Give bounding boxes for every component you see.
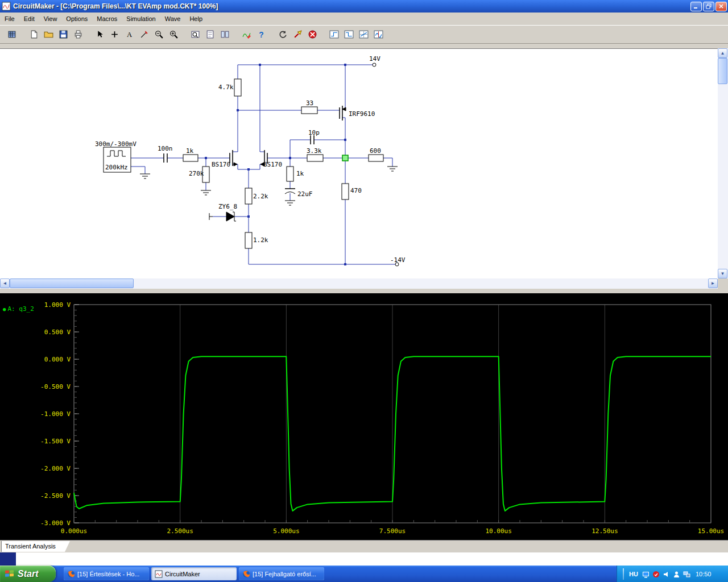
zoom-out-icon bbox=[154, 30, 164, 39]
display-icon[interactable] bbox=[642, 570, 650, 577]
hscroll-thumb[interactable] bbox=[10, 278, 134, 288]
zoom-in-icon bbox=[169, 30, 179, 39]
zoom-out-button[interactable] bbox=[152, 28, 166, 41]
save-button[interactable] bbox=[56, 28, 70, 41]
language-indicator[interactable]: HU bbox=[629, 571, 638, 577]
board-button[interactable] bbox=[5, 28, 19, 41]
title-bar: CircuitMaker - [C:\Program Files\...\KT … bbox=[0, 0, 728, 13]
x-axis-label: 7.500us bbox=[379, 527, 406, 535]
waveform-panel[interactable]: ●A: q3_2 1.000 V0.500 V0.000 V-0.500 V-1… bbox=[0, 293, 728, 540]
taskbar-task-2[interactable]: CircuitMaker bbox=[151, 567, 237, 580]
cursor-button[interactable] bbox=[93, 28, 106, 41]
sheet-icon bbox=[205, 30, 215, 39]
print-button[interactable] bbox=[71, 28, 85, 41]
reset-button[interactable] bbox=[276, 28, 289, 41]
task-label: [15] Értesítések - Ho... bbox=[77, 571, 139, 577]
network-icon[interactable] bbox=[683, 570, 690, 577]
scope-meas-button[interactable] bbox=[371, 28, 385, 41]
windows-flag-icon bbox=[5, 569, 15, 578]
y-axis-label: -3.000 V bbox=[40, 519, 71, 527]
text-icon: A bbox=[125, 30, 134, 39]
start-button[interactable]: Start bbox=[0, 566, 56, 582]
bottom-strip bbox=[0, 552, 728, 566]
save-icon bbox=[59, 30, 68, 39]
component-label: 600 bbox=[370, 147, 381, 155]
y-axis-label: -2.000 V bbox=[40, 465, 71, 472]
update-icon[interactable] bbox=[652, 570, 660, 577]
minimize-button[interactable] bbox=[690, 2, 702, 11]
zoom-fit-button[interactable] bbox=[188, 28, 202, 41]
taskbar-clock[interactable]: 10:50 bbox=[696, 571, 712, 577]
messenger-icon[interactable] bbox=[673, 570, 680, 577]
menu-wave[interactable]: Wave bbox=[160, 14, 185, 24]
scroll-right-button[interactable]: ► bbox=[708, 278, 718, 288]
scroll-left-button[interactable]: ◄ bbox=[0, 278, 10, 288]
menu-edit[interactable]: Edit bbox=[19, 14, 39, 24]
menu-help[interactable]: Help bbox=[185, 14, 207, 24]
x-axis-label: 0.000us bbox=[61, 527, 87, 535]
y-axis-label: 1.000 V bbox=[44, 301, 71, 309]
menu-macros[interactable]: Macros bbox=[92, 14, 122, 24]
restore-button[interactable] bbox=[703, 2, 714, 11]
x-axis-label: 5.000us bbox=[273, 527, 299, 535]
toolbar-separator bbox=[181, 28, 188, 41]
scroll-down-button[interactable]: ▼ bbox=[718, 269, 727, 278]
y-axis-label: 0.500 V bbox=[44, 329, 71, 336]
help-button[interactable]: ? bbox=[254, 28, 268, 41]
plus-button[interactable] bbox=[107, 28, 121, 41]
svg-text:?: ? bbox=[259, 30, 263, 39]
volume-icon[interactable] bbox=[663, 570, 670, 577]
component-label: 22uF bbox=[297, 190, 313, 198]
split-button[interactable] bbox=[218, 28, 231, 41]
taskbar-task-3[interactable]: [15] Fejhallgató erősí... bbox=[239, 567, 324, 580]
wire-button[interactable] bbox=[137, 28, 151, 41]
component-label: 14V bbox=[369, 55, 380, 63]
new-icon bbox=[29, 30, 39, 39]
scope-fall-button[interactable] bbox=[342, 28, 355, 41]
schematic-svg[interactable]: 14V4.7k33IRF961010p300m/-300mV100n1k3.3k… bbox=[0, 49, 718, 279]
stop-button[interactable] bbox=[305, 28, 319, 41]
component-label: ZY6_8 bbox=[218, 203, 237, 210]
new-button[interactable] bbox=[27, 28, 40, 41]
sheet-button[interactable] bbox=[203, 28, 217, 41]
print-icon bbox=[73, 30, 83, 39]
scope-fall-icon bbox=[344, 30, 354, 39]
component-label: 1k bbox=[186, 147, 194, 155]
close-button[interactable] bbox=[715, 2, 727, 11]
schematic-vscrollbar[interactable]: ▲ ▼ bbox=[718, 48, 728, 278]
menu-file[interactable]: File bbox=[0, 14, 19, 24]
vscroll-thumb[interactable] bbox=[718, 58, 727, 84]
component-label: 10p bbox=[308, 129, 320, 136]
selected-node-marker[interactable] bbox=[342, 155, 348, 161]
wave-svg[interactable]: 1.000 V0.500 V0.000 V-0.500 V-1.000 V-1.… bbox=[0, 293, 728, 540]
edit-sim-icon bbox=[242, 30, 251, 39]
edit-sim-button[interactable] bbox=[239, 28, 253, 41]
scroll-up-button[interactable]: ▲ bbox=[718, 48, 727, 58]
component-label: 200kHz bbox=[105, 164, 128, 171]
component-label: 270k bbox=[189, 170, 204, 177]
toolbar: A? bbox=[0, 25, 728, 44]
cursor-icon bbox=[95, 30, 105, 39]
window-title: CircuitMaker - [C:\Program Files\...\KT … bbox=[13, 2, 690, 10]
toolbar-separator bbox=[232, 28, 239, 41]
component-label: 1.2k bbox=[253, 236, 268, 244]
component-label: 100n bbox=[158, 145, 173, 152]
menu-options[interactable]: Options bbox=[61, 14, 92, 24]
zoom-in-button[interactable] bbox=[167, 28, 180, 41]
taskbar-task-1[interactable]: [15] Értesítések - Ho... bbox=[64, 567, 149, 580]
schematic-hscrollbar[interactable]: ◄ ► bbox=[0, 278, 718, 289]
schematic-panel[interactable]: 14V4.7k33IRF961010p300m/-300mV100n1k3.3k… bbox=[0, 48, 718, 278]
menu-simulation[interactable]: Simulation bbox=[122, 14, 160, 24]
menu-view[interactable]: View bbox=[39, 14, 62, 24]
scope-rise-icon bbox=[329, 30, 339, 39]
text-button[interactable]: A bbox=[122, 28, 136, 41]
tab-transient-analysis[interactable]: Transient Analysis bbox=[1, 541, 70, 552]
scope-rise-button[interactable] bbox=[327, 28, 341, 41]
help-icon: ? bbox=[257, 30, 266, 39]
probe-button[interactable] bbox=[291, 28, 304, 41]
menu-bar: FileEditViewOptionsMacrosSimulationWaveH… bbox=[0, 13, 728, 26]
scope-grid-button[interactable] bbox=[357, 28, 370, 41]
open-button[interactable] bbox=[42, 28, 55, 41]
system-tray: HU 10:50 bbox=[617, 566, 728, 582]
y-axis-label: -1.000 V bbox=[40, 410, 71, 418]
